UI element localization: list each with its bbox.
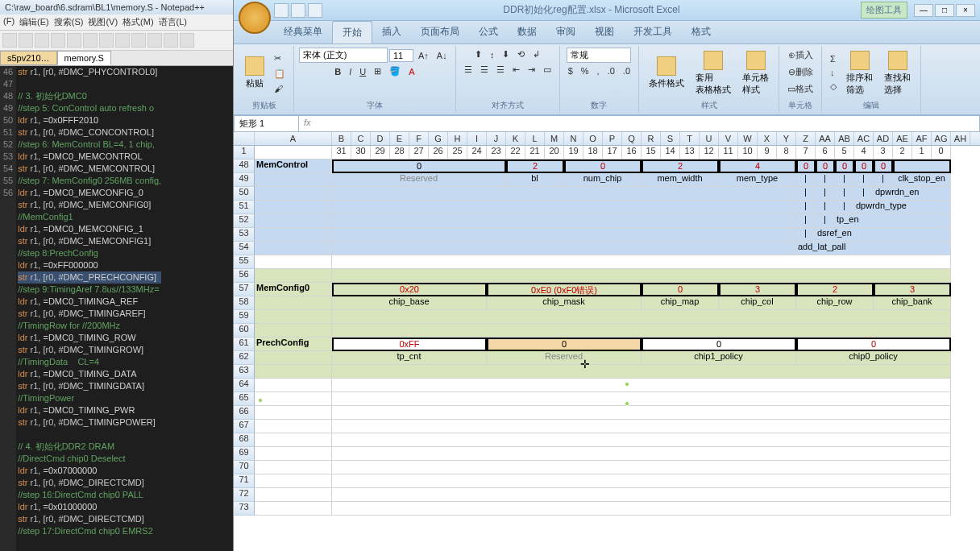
col-header[interactable]: Q: [622, 132, 642, 145]
maximize-icon[interactable]: □: [935, 4, 954, 17]
col-header[interactable]: Z: [796, 132, 816, 145]
col-header[interactable]: T: [680, 132, 700, 145]
align-bottom-icon[interactable]: ⬇: [499, 48, 513, 61]
col-header[interactable]: X: [758, 132, 777, 145]
select-all-corner[interactable]: [234, 132, 255, 145]
toolbar-button[interactable]: [164, 33, 178, 48]
col-header[interactable]: O: [583, 132, 603, 145]
cell[interactable]: chip_map: [642, 296, 719, 310]
col-header[interactable]: A: [255, 132, 332, 145]
cell[interactable]: [332, 379, 951, 392]
format-button[interactable]: ▭格式: [784, 81, 816, 97]
bold-button[interactable]: B: [331, 65, 344, 78]
col-header[interactable]: M: [545, 132, 564, 145]
cell[interactable]: 2: [642, 160, 719, 173]
cell[interactable]: [332, 488, 951, 502]
number-format-select[interactable]: 常规: [567, 48, 631, 63]
increase-font-icon[interactable]: A↑: [415, 49, 432, 62]
cell[interactable]: 24: [467, 146, 487, 160]
cell[interactable]: |: [796, 173, 816, 187]
cell[interactable]: 18: [583, 146, 603, 160]
cell[interactable]: [332, 461, 951, 474]
cell[interactable]: 8: [777, 146, 796, 160]
ribbon-tab-5[interactable]: 数据: [508, 21, 546, 44]
cell[interactable]: 9: [758, 146, 777, 160]
cell[interactable]: 21: [525, 146, 545, 160]
col-header[interactable]: F: [409, 132, 429, 145]
sort-button[interactable]: 排序和 筛选: [841, 49, 878, 97]
cell[interactable]: 7: [796, 146, 816, 160]
menu-view[interactable]: 视图(V): [88, 16, 118, 28]
cell-style-button[interactable]: 单元格 样式: [737, 49, 774, 97]
cell[interactable]: chip_mask: [487, 296, 642, 310]
cell[interactable]: 30: [351, 146, 371, 160]
col-header[interactable]: AE: [893, 132, 912, 145]
orientation-icon[interactable]: ⟲: [514, 48, 528, 61]
cell[interactable]: 0: [796, 338, 951, 351]
cell[interactable]: 0: [332, 160, 506, 173]
cell[interactable]: chip_col: [719, 296, 796, 310]
toolbar-button[interactable]: [147, 33, 162, 48]
row-header[interactable]: 48: [234, 160, 255, 173]
col-header[interactable]: AG: [932, 132, 951, 145]
cell[interactable]: 0: [642, 283, 719, 296]
office-button[interactable]: [239, 2, 271, 34]
save-icon[interactable]: [274, 3, 289, 18]
cell[interactable]: 22: [506, 146, 525, 160]
cell[interactable]: [332, 502, 951, 516]
cell[interactable]: |: [796, 214, 816, 228]
fill-color-icon[interactable]: 🪣: [386, 64, 404, 78]
drawing-tools-tab[interactable]: 绘图工具: [861, 2, 907, 19]
cell[interactable]: 0: [487, 338, 642, 351]
align-top-icon[interactable]: ⬆: [471, 48, 485, 61]
cell[interactable]: bl: [506, 173, 564, 187]
ribbon-tab-1[interactable]: 开始: [332, 21, 372, 44]
cell[interactable]: chip1_policy: [642, 351, 796, 365]
ribbon-tab-3[interactable]: 页面布局: [411, 21, 469, 44]
increase-decimal-icon[interactable]: .0: [604, 64, 618, 77]
cell[interactable]: 0x20: [332, 283, 487, 296]
cell[interactable]: 0xFF: [332, 338, 487, 351]
toolbar-button[interactable]: [19, 33, 33, 48]
col-header[interactable]: AH: [951, 132, 970, 145]
col-header[interactable]: P: [603, 132, 622, 145]
paste-button[interactable]: 粘贴: [240, 55, 269, 91]
cell[interactable]: 0: [874, 160, 893, 173]
col-header[interactable]: G: [429, 132, 448, 145]
wrap-text-icon[interactable]: ↲: [529, 48, 543, 61]
cell[interactable]: 26: [429, 146, 448, 160]
row-header[interactable]: 1: [234, 146, 255, 160]
cell[interactable]: tp_cnt: [332, 351, 487, 365]
cell[interactable]: 4: [854, 146, 874, 160]
col-header[interactable]: U: [700, 132, 719, 145]
cell[interactable]: mem_type: [719, 173, 796, 187]
close-icon[interactable]: ×: [956, 4, 975, 17]
name-box[interactable]: 矩形 1: [235, 116, 299, 131]
spreadsheet-grid[interactable]: ABCDEFGHIJKLMNOPQRSTUVWXYZAAABACADAEAFAG…: [234, 132, 980, 551]
table-format-button[interactable]: 套用 表格格式: [691, 49, 736, 97]
cell[interactable]: dsref_en: [816, 228, 951, 242]
cell[interactable]: |: [874, 173, 893, 187]
format-painter-icon[interactable]: 🖌: [271, 82, 289, 95]
cell[interactable]: dpwrdn_en: [874, 187, 951, 201]
toolbar-button[interactable]: [67, 33, 81, 48]
col-header[interactable]: C: [351, 132, 371, 145]
ribbon-tab-2[interactable]: 插入: [372, 21, 411, 44]
clear-icon[interactable]: ◇: [827, 80, 840, 93]
tab-s5pv210[interactable]: s5pv210…: [0, 51, 57, 65]
cell[interactable]: chip_bank: [874, 296, 951, 310]
find-button[interactable]: 查找和 选择: [879, 49, 916, 97]
currency-icon[interactable]: $: [565, 64, 576, 77]
col-header[interactable]: B: [332, 132, 351, 145]
toolbar-button[interactable]: [180, 33, 194, 48]
indent-inc-icon[interactable]: ⇥: [525, 63, 538, 77]
cell[interactable]: 2: [506, 160, 564, 173]
border-icon[interactable]: ⊞: [371, 64, 384, 78]
toolbar-button[interactable]: [2, 33, 17, 48]
toolbar-button[interactable]: [115, 33, 130, 48]
menu-file[interactable]: (F): [3, 16, 15, 28]
col-header[interactable]: R: [642, 132, 661, 145]
cell[interactable]: clk_stop_en: [893, 173, 951, 187]
cell[interactable]: [332, 433, 951, 447]
notepad-menu[interactable]: (F) 编辑(E) 搜索(S) 视图(V) 格式(M) 语言(L): [0, 14, 233, 31]
